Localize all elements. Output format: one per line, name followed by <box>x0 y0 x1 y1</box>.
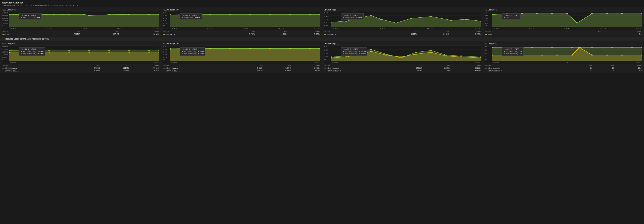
data-table: Name ∨MinMaxMeanWeighted %0.479%0.495%0.… <box>163 30 320 36</box>
table-cell-name: job=vmanomaly_2 <box>163 67 234 69</box>
x-axis-labels: 16:24:0016:25:0016:26:0016:27:0016:28:00 <box>492 27 642 30</box>
table-cell-mean: 0.132% <box>450 67 481 69</box>
table-header-name[interactable]: Name ∨ <box>163 30 223 33</box>
svg-point-132 <box>345 56 348 57</box>
table-header-mean: Mean <box>292 64 320 67</box>
table-header-name[interactable]: Name ∨ <box>2 64 71 67</box>
table-cell-mean: 0.116% <box>450 33 481 36</box>
svg-point-40 <box>360 17 362 18</box>
svg-point-165 <box>621 54 623 56</box>
page-header: Resource Statistics Overall resource uti… <box>0 0 644 7</box>
svg-point-61 <box>576 22 578 24</box>
y-axis-labels: 320 MiB256 MiB192 MiB128 MiB64 MiB0 B <box>2 46 9 61</box>
svg-point-86 <box>108 52 110 52</box>
table-cell-name: Total <box>485 33 540 36</box>
svg-point-75 <box>68 50 70 51</box>
table-header-min: Min <box>71 64 100 67</box>
table-header-max: Max <box>100 64 130 67</box>
table-row: job=vmanomaly_2171818.0 <box>485 69 642 72</box>
info-icon[interactable]: ℹ <box>14 42 16 45</box>
table-header-name[interactable]: Name ∨ <box>324 30 382 33</box>
svg-point-108 <box>229 48 232 49</box>
table-cell-max: 0.156% <box>418 33 450 36</box>
table-header-max: Max <box>418 30 450 33</box>
y-axis-labels: 2624222018 <box>485 46 492 61</box>
x-axis-labels: 16:25:0016:26:0016:27:0016:28:00 <box>331 27 481 30</box>
table-cell-min: 0.470% <box>234 67 263 69</box>
svg-point-87 <box>128 52 130 52</box>
page-title: Resource Statistics <box>2 1 642 4</box>
svg-point-126 <box>415 52 418 53</box>
data-table: Name ∨MinMaxMeanjob=vmanomaly_10.0663%0.… <box>324 64 481 72</box>
table-cell-max: 635 MiB <box>81 33 120 36</box>
y-axis-labels: 0.2%0.15%0.1%0.05%0% <box>324 46 331 61</box>
svg-point-122 <box>360 51 362 52</box>
y-axis-labels: 0.5%0.4%0.3%0.2%0.1%0% <box>163 46 170 61</box>
table-cell-name: job=vmanomaly_1 <box>324 67 392 69</box>
table-header-name[interactable]: Name ∨ <box>324 64 392 67</box>
svg-point-7 <box>23 14 26 15</box>
svg-point-77 <box>108 50 110 51</box>
info-icon[interactable]: ℹ <box>337 9 339 11</box>
svg-point-85 <box>88 52 90 52</box>
svg-point-163 <box>591 54 593 56</box>
table-header-name[interactable]: Name ∨ <box>485 30 540 33</box>
info-icon[interactable]: ℹ <box>14 9 16 11</box>
table-cell-min: 0.479% <box>223 33 255 36</box>
svg-point-106 <box>189 48 192 49</box>
x-axis-labels: 16:24:0016:28:00 <box>170 61 320 64</box>
table-cell-mean: 0.0968% <box>450 69 481 72</box>
table-header-name[interactable]: Name ∨ <box>485 64 572 67</box>
chart-inner: 2024-11-18 16:24:30Total616 MiB <box>9 12 159 27</box>
info-icon[interactable]: ℹ <box>494 9 497 11</box>
chart-inner: 2024-11-18 16:24:30job=vmanomaly_10.0942… <box>331 46 481 61</box>
table-cell-mean: 0.485% <box>288 33 320 36</box>
info-icon[interactable]: ℹ <box>176 42 178 45</box>
svg-point-109 <box>249 48 252 49</box>
svg-point-84 <box>68 52 70 52</box>
panel-cpu-pct-usage-bottom: CPU% usageℹ0.2%0.15%0.1%0.05%0%2024-11-1… <box>322 41 483 73</box>
svg-point-158 <box>521 54 524 56</box>
x-axis-labels: 16:24:0016:25:0016:26:0016:27:0016:28:00 <box>170 27 320 30</box>
info-icon[interactable]: ℹ <box>337 42 339 45</box>
page-subtitle: Overall resource utilization: CPU (avg.)… <box>2 4 642 6</box>
chart-inner: 2024-11-18 16:24:30job=vmanomaly_10.490%… <box>170 46 320 61</box>
svg-point-42 <box>380 19 382 20</box>
table-row: job=vmanomaly_2302 MiB311 MiB306 MiB <box>2 67 159 69</box>
chart-area: 320 MiB256 MiB192 MiB128 MiB64 MiB0 B202… <box>2 46 159 64</box>
table-cell-name: job=vmanomaly_1 <box>485 67 572 69</box>
table-header-min: Min <box>540 30 569 33</box>
table-cell-min: 0.0663% <box>392 67 423 69</box>
table-cell-min: 615 MiB <box>42 33 81 36</box>
svg-point-63 <box>606 13 608 14</box>
chart-inner: 2024-11-18 16:24:30job=vmanomaly_126job=… <box>492 46 642 61</box>
table-cell-min: 17 <box>572 69 592 72</box>
data-table: Name ∨MinMaxMeanjob=vmanomaly_2302 MiB31… <box>2 64 159 72</box>
info-icon[interactable]: ℹ <box>494 42 497 45</box>
table-cell-max: 0.219% <box>423 67 450 69</box>
svg-point-8 <box>38 14 40 15</box>
table-cell-min: 0.0715% <box>382 33 418 36</box>
y-axis-labels: 0.5%0.4%0.3%0.2%0.1%0% <box>163 12 170 27</box>
section-chevron-icon[interactable]: ∨ <box>2 38 3 40</box>
svg-point-46 <box>450 20 452 21</box>
svg-point-137 <box>415 54 418 54</box>
svg-point-76 <box>88 50 90 51</box>
chart-inner: 2024-11-18 16:24:30Weighted %0.0965% <box>331 12 481 27</box>
svg-point-74 <box>48 50 50 51</box>
panel-title: RAM% usageℹ <box>163 42 320 45</box>
x-axis-labels: 16:24:007:0016:28:00 <box>492 61 642 64</box>
svg-point-124 <box>385 54 387 54</box>
svg-point-138 <box>430 52 432 53</box>
info-icon[interactable]: ℹ <box>176 9 178 11</box>
svg-point-39 <box>345 20 348 22</box>
bottom-panels-grid: RAM usageℹ320 MiB256 MiB192 MiB128 MiB64… <box>0 41 644 73</box>
svg-point-30 <box>309 14 311 15</box>
table-header-name[interactable]: Name ∨ <box>163 64 234 67</box>
svg-point-25 <box>209 14 212 15</box>
svg-point-136 <box>400 56 402 57</box>
panel-menu-icon[interactable]: ⋮ <box>640 9 642 11</box>
data-table: Name ∨MinMaxMeanTotal615 MiB635 MiB622 M… <box>2 30 159 36</box>
table-header-name[interactable]: Name ∨ <box>2 30 42 33</box>
table-cell-max: 0.484% <box>263 67 292 69</box>
